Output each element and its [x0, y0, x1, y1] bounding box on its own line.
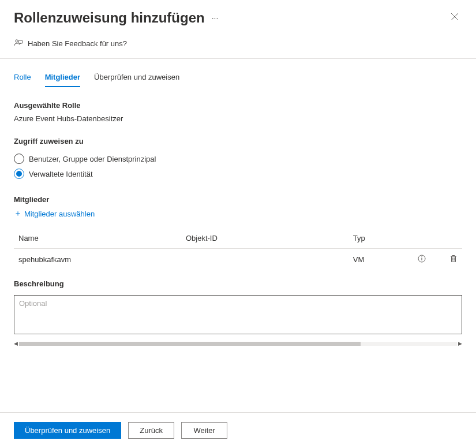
- svg-point-0: [16, 40, 18, 42]
- table-row: spehubkafkavm VM: [14, 249, 462, 271]
- feedback-label: Haben Sie Feedback für uns?: [28, 39, 127, 48]
- col-delete: [436, 228, 462, 249]
- assign-access-label: Zugriff zuweisen zu: [14, 137, 462, 145]
- tab-role[interactable]: Rolle: [14, 69, 31, 87]
- header-left: Rollenzuweisung hinzufügen ···: [14, 10, 220, 26]
- col-name[interactable]: Name: [14, 228, 181, 249]
- assign-access-radio-group: Benutzer, Gruppe oder Dienstprinzipal Ve…: [14, 151, 462, 181]
- tab-review[interactable]: Überprüfen und zuweisen: [94, 69, 179, 87]
- radio-icon-selected: [14, 169, 24, 179]
- scroll-track[interactable]: [19, 342, 457, 346]
- col-type[interactable]: Typ: [348, 228, 408, 249]
- col-info: [408, 228, 435, 249]
- close-button[interactable]: [447, 9, 462, 27]
- feedback-link[interactable]: Haben Sie Feedback für uns?: [0, 31, 476, 59]
- cell-type: VM: [348, 249, 408, 271]
- more-icon[interactable]: ···: [209, 11, 221, 25]
- svg-point-3: [422, 256, 423, 257]
- description-label: Beschreibung: [14, 279, 462, 288]
- next-button[interactable]: Weiter: [181, 422, 227, 439]
- footer: Überprüfen und zuweisen Zurück Weiter: [0, 412, 476, 448]
- selected-role-label: Ausgewählte Rolle: [14, 101, 462, 110]
- horizontal-scrollbar[interactable]: ◀ ▶: [14, 341, 462, 346]
- add-members-label: Mitglieder auswählen: [24, 210, 95, 218]
- selected-role-value: Azure Event Hubs-Datenbesitzer: [14, 114, 462, 123]
- info-icon[interactable]: [418, 255, 426, 263]
- radio-label: Benutzer, Gruppe oder Dienstprinzipal: [29, 155, 156, 163]
- radio-icon: [14, 154, 24, 164]
- members-table: Name Objekt-ID Typ spehubkafkavm VM: [14, 228, 462, 270]
- close-icon: [451, 13, 459, 21]
- scroll-left-icon[interactable]: ◀: [14, 341, 18, 346]
- plus-icon: ＋: [14, 208, 22, 219]
- add-members-link[interactable]: ＋ Mitglieder auswählen: [14, 208, 462, 219]
- content: Ausgewählte Rolle Azure Event Hubs-Daten…: [0, 87, 476, 360]
- radio-managed-identity[interactable]: Verwaltete Identität: [14, 166, 462, 181]
- feedback-icon: [14, 38, 23, 49]
- table-header-row: Name Objekt-ID Typ: [14, 228, 462, 249]
- delete-icon[interactable]: [449, 255, 458, 263]
- tab-members[interactable]: Mitglieder: [45, 69, 80, 87]
- description-input[interactable]: [14, 295, 462, 334]
- radio-label: Verwaltete Identität: [29, 170, 93, 178]
- members-label: Mitglieder: [14, 195, 462, 204]
- radio-user-group[interactable]: Benutzer, Gruppe oder Dienstprinzipal: [14, 151, 462, 166]
- review-assign-button[interactable]: Überprüfen und zuweisen: [14, 422, 121, 439]
- scroll-thumb[interactable]: [19, 342, 361, 346]
- col-objectid[interactable]: Objekt-ID: [181, 228, 348, 249]
- tabs: Rolle Mitglieder Überprüfen und zuweisen: [0, 69, 476, 87]
- back-button[interactable]: Zurück: [128, 422, 174, 439]
- scroll-right-icon[interactable]: ▶: [458, 341, 462, 346]
- page-header: Rollenzuweisung hinzufügen ···: [0, 0, 476, 31]
- cell-name: spehubkafkavm: [14, 249, 181, 271]
- svg-rect-1: [18, 40, 23, 43]
- page-title: Rollenzuweisung hinzufügen: [14, 10, 205, 26]
- cell-objectid: [181, 249, 348, 271]
